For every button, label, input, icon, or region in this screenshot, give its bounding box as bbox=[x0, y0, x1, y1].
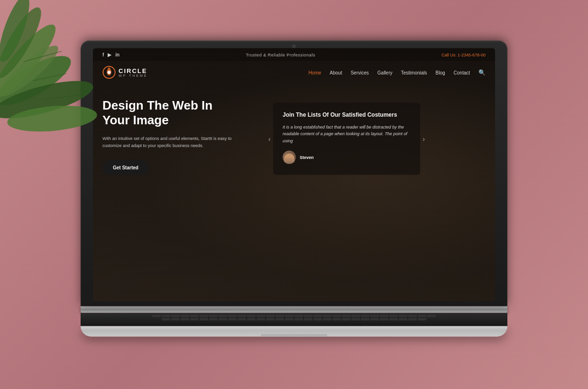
laptop-screen-outer: f ▶ in Trusted & Reliable Professionals … bbox=[81, 41, 507, 306]
key bbox=[304, 315, 312, 317]
scene: f ▶ in Trusted & Reliable Professionals … bbox=[0, 0, 588, 389]
key bbox=[190, 315, 199, 317]
phone-number: Call Us: 1-2345-678-00 bbox=[441, 52, 486, 57]
key bbox=[181, 318, 189, 321]
key bbox=[238, 318, 246, 321]
key bbox=[228, 318, 237, 321]
key bbox=[370, 318, 379, 321]
key bbox=[389, 318, 398, 321]
keyboard-row-2 bbox=[100, 318, 488, 321]
key bbox=[361, 318, 369, 321]
top-bar: f ▶ in Trusted & Reliable Professionals … bbox=[93, 48, 495, 61]
search-icon[interactable]: 🔍 bbox=[478, 69, 486, 76]
key bbox=[342, 318, 350, 321]
nav-home[interactable]: Home bbox=[309, 70, 322, 75]
key bbox=[171, 315, 180, 317]
website: f ▶ in Trusted & Reliable Professionals … bbox=[93, 48, 495, 302]
key bbox=[408, 318, 417, 321]
key bbox=[276, 315, 284, 317]
keyboard-rows bbox=[81, 313, 507, 322]
key bbox=[399, 315, 407, 317]
key bbox=[181, 315, 189, 317]
key bbox=[285, 315, 294, 317]
key bbox=[351, 318, 360, 321]
key bbox=[219, 315, 227, 317]
call-label: Call Us: bbox=[441, 52, 457, 57]
phone-value[interactable]: 1-2345-678-00 bbox=[458, 52, 486, 57]
key bbox=[285, 318, 294, 321]
key bbox=[294, 318, 303, 321]
author-name: Steven bbox=[300, 155, 314, 160]
key bbox=[228, 315, 237, 317]
key bbox=[380, 315, 388, 317]
key bbox=[266, 315, 275, 317]
key bbox=[190, 318, 199, 321]
tagline: Trusted & Reliable Professionals bbox=[246, 52, 315, 57]
key bbox=[418, 318, 426, 321]
author-avatar bbox=[283, 151, 296, 164]
key bbox=[162, 315, 170, 317]
laptop-body: f ▶ in Trusted & Reliable Professionals … bbox=[81, 41, 507, 337]
laptop-base bbox=[81, 326, 507, 337]
key bbox=[370, 315, 379, 317]
key bbox=[304, 318, 312, 321]
key bbox=[389, 315, 398, 317]
key bbox=[313, 318, 322, 321]
key bbox=[200, 318, 208, 321]
hero-section: Design The Web In Your Image With an int… bbox=[93, 84, 495, 175]
key bbox=[152, 315, 161, 317]
testimonial-author: Steven bbox=[283, 151, 411, 164]
key bbox=[342, 315, 350, 317]
key bbox=[418, 315, 426, 317]
nav-contact[interactable]: Contact bbox=[454, 70, 470, 75]
nav-blog[interactable]: Blog bbox=[436, 70, 445, 75]
key bbox=[209, 318, 218, 321]
testimonial-box: ‹ Join The Lists Of Our Satisfied Costum… bbox=[273, 103, 420, 175]
nav-gallery[interactable]: Gallery bbox=[377, 70, 393, 75]
navbar: CIRCLE WP THEME Home About Services Gall… bbox=[93, 61, 495, 84]
nav-links: Home About Services Gallery Testimonials… bbox=[309, 69, 486, 76]
key bbox=[162, 318, 170, 321]
hero-content: Design The Web In Your Image With an int… bbox=[102, 98, 264, 175]
nav-about[interactable]: About bbox=[330, 70, 342, 75]
plant-decoration bbox=[0, 0, 123, 223]
laptop: f ▶ in Trusted & Reliable Professionals … bbox=[81, 41, 507, 337]
key bbox=[209, 315, 218, 317]
key bbox=[276, 318, 284, 321]
key bbox=[351, 315, 360, 317]
key bbox=[399, 318, 407, 321]
key bbox=[219, 318, 227, 321]
key bbox=[313, 315, 322, 317]
testimonial-quote: It is a long established fact that a rea… bbox=[283, 124, 411, 144]
key bbox=[323, 315, 331, 317]
key bbox=[361, 315, 369, 317]
testimonial-prev-button[interactable]: ‹ bbox=[268, 135, 271, 143]
key bbox=[332, 315, 341, 317]
testimonial-title: Join The Lists Of Our Satisfied Costumer… bbox=[283, 111, 411, 118]
keyboard-area bbox=[81, 313, 507, 326]
key bbox=[380, 318, 388, 321]
key bbox=[200, 315, 208, 317]
laptop-hinge bbox=[81, 306, 507, 313]
key bbox=[238, 315, 246, 317]
avatar-figure bbox=[284, 154, 294, 164]
key bbox=[408, 315, 417, 317]
hero-title: Design The Web In Your Image bbox=[102, 98, 264, 128]
key bbox=[171, 318, 180, 321]
nav-testimonials[interactable]: Testimonials bbox=[401, 70, 427, 75]
nav-services[interactable]: Services bbox=[350, 70, 368, 75]
key bbox=[323, 318, 331, 321]
key bbox=[294, 315, 303, 317]
keyboard-row-1 bbox=[100, 315, 488, 317]
key bbox=[332, 318, 341, 321]
key bbox=[257, 315, 265, 317]
testimonial-next-button[interactable]: › bbox=[423, 135, 425, 143]
laptop-screen-bezel: f ▶ in Trusted & Reliable Professionals … bbox=[93, 48, 495, 302]
key bbox=[266, 318, 275, 321]
key bbox=[247, 315, 256, 317]
key bbox=[427, 315, 436, 317]
key bbox=[257, 318, 265, 321]
key bbox=[247, 318, 256, 321]
